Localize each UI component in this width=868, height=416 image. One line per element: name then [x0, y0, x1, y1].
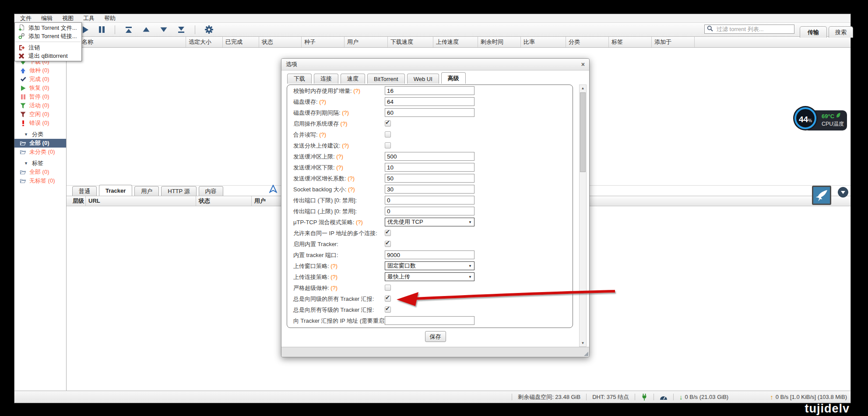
- detail-tab-内容[interactable]: 内容: [199, 186, 223, 196]
- file-menu-item[interactable]: 添加 Torrent 文件...: [15, 24, 81, 32]
- dialog-tab-连接[interactable]: 连接: [314, 74, 338, 84]
- detail-tab-普通[interactable]: 普通: [72, 186, 97, 196]
- column-header[interactable]: 比率: [521, 37, 566, 47]
- detail-tab-Tracker[interactable]: Tracker: [99, 185, 132, 196]
- collapse-chevron-button[interactable]: [838, 187, 848, 197]
- column-header[interactable]: 状态: [259, 37, 302, 47]
- option-input[interactable]: [385, 316, 474, 325]
- sidebar-filter-active[interactable]: 活动 (0): [14, 101, 66, 110]
- option-input[interactable]: [385, 163, 474, 172]
- option-checkbox[interactable]: [385, 131, 391, 137]
- swallow-extension-icon[interactable]: [812, 186, 831, 205]
- sidebar-filter-resumed[interactable]: 恢复 (0): [14, 84, 66, 92]
- pause-icon[interactable]: [98, 26, 105, 33]
- column-header[interactable]: 已完成: [223, 37, 259, 47]
- help-link[interactable]: (?): [352, 88, 361, 94]
- file-menu-item[interactable]: 添加 Torrent 链接...: [15, 32, 81, 40]
- scrollbar-thumb[interactable]: [580, 92, 586, 172]
- speed-limits-gauge-icon[interactable]: [660, 394, 668, 400]
- scroll-up-icon[interactable]: ▲: [580, 85, 586, 92]
- help-link[interactable]: (?): [339, 120, 348, 127]
- tracker-column-header[interactable]: URL: [86, 196, 196, 206]
- move-bottom-icon[interactable]: [177, 26, 185, 33]
- save-button[interactable]: 保存: [425, 331, 446, 342]
- column-header[interactable]: 上传速度: [433, 37, 478, 47]
- help-link[interactable]: (?): [335, 164, 344, 171]
- option-input[interactable]: [385, 174, 474, 183]
- menubar-item[interactable]: 帮助: [99, 14, 120, 22]
- sidebar-filter-seeding[interactable]: 做种 (0): [14, 66, 66, 75]
- column-header[interactable]: 下载速度: [388, 37, 433, 47]
- column-header[interactable]: 标签: [609, 37, 652, 47]
- menubar-item[interactable]: 编辑: [36, 14, 57, 22]
- sidebar-filter-errored[interactable]: 错误 (0): [14, 119, 66, 127]
- category-item[interactable]: 全部 (0): [14, 139, 66, 148]
- option-checkbox[interactable]: ✔: [385, 296, 391, 302]
- option-input[interactable]: [385, 185, 474, 194]
- menubar-item[interactable]: 文件: [15, 14, 36, 22]
- dialog-tab-下载[interactable]: 下载: [287, 74, 312, 84]
- option-input[interactable]: [385, 207, 474, 215]
- menubar-item[interactable]: 工具: [78, 14, 99, 22]
- help-link[interactable]: (?): [329, 263, 338, 269]
- move-down-icon[interactable]: [160, 27, 168, 32]
- tab-transfers[interactable]: 传输: [800, 26, 827, 38]
- option-checkbox[interactable]: ✔: [385, 241, 391, 247]
- dialog-close-icon[interactable]: ×: [581, 61, 585, 67]
- help-link[interactable]: (?): [346, 175, 355, 182]
- file-menu-item[interactable]: 注销: [15, 43, 81, 52]
- help-link[interactable]: (?): [335, 153, 344, 160]
- option-select[interactable]: 固定窗口数▼: [385, 261, 474, 270]
- options-gear-icon[interactable]: [205, 25, 213, 34]
- category-item[interactable]: 未分类 (0): [14, 148, 66, 156]
- resize-handle[interactable]: [584, 352, 588, 356]
- option-input[interactable]: [385, 108, 474, 117]
- scroll-down-icon[interactable]: ▼: [580, 340, 586, 346]
- column-header[interactable]: 剩余时间: [478, 37, 521, 47]
- detail-tab-用户[interactable]: 用户: [134, 186, 159, 196]
- help-link[interactable]: (?): [318, 99, 327, 105]
- tracker-column-header[interactable]: 层级: [70, 196, 86, 206]
- file-menu-item[interactable]: 退出 qBittorrent: [15, 52, 81, 60]
- option-checkbox[interactable]: [385, 285, 391, 291]
- option-select[interactable]: 优先使用 TCP▼: [385, 218, 474, 226]
- tag-item[interactable]: 无标签 (0): [14, 176, 66, 185]
- column-header[interactable]: 种子: [302, 37, 344, 47]
- dialog-tab-BitTorrent[interactable]: BitTorrent: [367, 74, 405, 84]
- option-input[interactable]: [385, 97, 474, 106]
- column-header[interactable]: 添加于: [652, 37, 695, 47]
- option-input[interactable]: [385, 250, 474, 259]
- option-input[interactable]: [385, 152, 474, 161]
- tag-item[interactable]: 全部 (0): [14, 168, 66, 176]
- help-link[interactable]: (?): [346, 186, 355, 193]
- help-link[interactable]: (?): [329, 274, 338, 280]
- help-link[interactable]: (?): [318, 131, 327, 138]
- sidebar-filter-completed[interactable]: 完成 (0): [14, 75, 66, 84]
- option-select[interactable]: 最快上传▼: [385, 272, 474, 281]
- move-up-icon[interactable]: [142, 27, 150, 32]
- option-checkbox[interactable]: ✔: [385, 120, 391, 127]
- menubar-item[interactable]: 视图: [57, 14, 78, 22]
- dialog-tab-Web UI[interactable]: Web UI: [407, 74, 439, 84]
- category-section-header[interactable]: ▼分类: [14, 130, 66, 139]
- dialog-scrollbar[interactable]: ▲ ▼: [579, 85, 587, 347]
- sidebar-filter-paused[interactable]: 暂停 (0): [14, 92, 66, 101]
- help-link[interactable]: (?): [354, 219, 363, 226]
- tag-section-header[interactable]: ▼标签: [14, 159, 66, 168]
- option-input[interactable]: [385, 196, 474, 204]
- option-input[interactable]: [385, 86, 474, 95]
- help-link[interactable]: (?): [341, 109, 349, 116]
- option-checkbox[interactable]: ✔: [385, 230, 391, 236]
- option-checkbox[interactable]: [385, 142, 391, 148]
- column-header[interactable]: 分类: [566, 37, 609, 47]
- search-input[interactable]: [716, 25, 794, 33]
- help-link[interactable]: (?): [341, 142, 349, 149]
- sidebar-filter-inactive[interactable]: 空闲 (0): [14, 110, 66, 119]
- option-checkbox[interactable]: ✔: [385, 307, 391, 313]
- column-header[interactable]: 名称: [79, 37, 186, 47]
- resume-icon[interactable]: [82, 26, 89, 34]
- column-header[interactable]: 选定大小: [186, 37, 223, 47]
- dialog-tab-速度[interactable]: 速度: [341, 74, 365, 84]
- move-top-icon[interactable]: [125, 26, 133, 33]
- column-header[interactable]: 用户: [344, 37, 388, 47]
